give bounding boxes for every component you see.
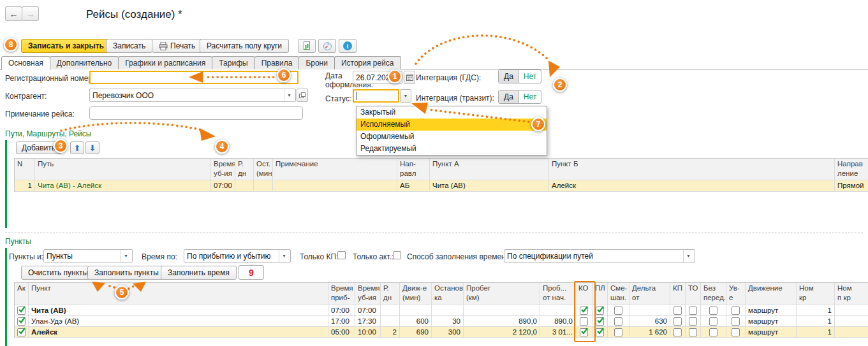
cell-checkbox[interactable] <box>686 316 701 327</box>
column-header[interactable]: Пункт <box>29 283 328 305</box>
column-header[interactable]: Дельта от <box>629 283 670 305</box>
timer-button[interactable] <box>318 39 336 53</box>
tab[interactable]: Тарифы <box>212 56 254 69</box>
column-header[interactable]: КО <box>576 283 592 305</box>
table-cell[interactable]: 07:00 <box>211 180 235 192</box>
table-cell[interactable]: АБ <box>397 180 430 192</box>
contragent-input[interactable]: Перевозчик ООО ▼ <box>89 89 296 102</box>
tab[interactable]: Графики и расписания <box>118 56 212 69</box>
table-cell[interactable]: 17:30 <box>355 316 381 327</box>
only-act-checkbox[interactable] <box>393 251 401 259</box>
cell-checkbox[interactable] <box>670 327 686 338</box>
status-option[interactable]: Редактируемый <box>357 143 547 155</box>
cell-checkbox[interactable] <box>608 305 629 316</box>
table-cell[interactable]: 1 <box>797 305 835 316</box>
table-cell[interactable]: 07:00 <box>355 305 381 316</box>
forward-button[interactable]: → <box>22 6 39 21</box>
table-cell[interactable]: 05:00 <box>328 327 355 338</box>
cell-checkbox[interactable] <box>15 305 29 316</box>
contragent-dropdown-icon[interactable]: ▼ <box>284 89 293 101</box>
integration-transit-yes-button[interactable]: Да <box>499 90 519 103</box>
cell-checkbox[interactable] <box>608 327 629 338</box>
table-cell[interactable] <box>381 316 400 327</box>
table-cell[interactable]: 1 <box>15 180 35 192</box>
table-cell[interactable]: маршрут <box>746 316 797 327</box>
cell-checkbox[interactable] <box>726 316 746 327</box>
cell-checkbox[interactable] <box>701 316 726 327</box>
column-header[interactable]: Ном п кр <box>835 283 868 305</box>
cell-checkbox[interactable] <box>15 327 29 338</box>
cell-checkbox[interactable] <box>15 316 29 327</box>
table-cell[interactable]: 1 <box>797 327 835 338</box>
table-cell[interactable]: Алейск <box>29 327 328 338</box>
table-cell[interactable]: Улан-Удэ (АВ) <box>29 316 328 327</box>
table-cell[interactable]: Чита (АВ) - Алейск <box>35 180 211 192</box>
cell-checkbox[interactable] <box>576 316 592 327</box>
save-button[interactable]: Записать <box>106 39 152 53</box>
column-header[interactable]: ТО <box>686 283 701 305</box>
column-header[interactable]: Сме- шан. <box>608 283 629 305</box>
table-cell[interactable]: 890,0 <box>540 316 576 327</box>
column-header[interactable]: Нап- равл <box>397 159 430 180</box>
back-button[interactable]: ← <box>5 6 22 21</box>
save-and-close-button[interactable]: Записать и закрыть <box>21 39 111 53</box>
column-header[interactable]: Время приб-я <box>328 283 355 305</box>
report-button[interactable] <box>298 39 316 53</box>
column-header[interactable]: Ак <box>15 283 29 305</box>
fill-method-dropdown-icon[interactable]: ▼ <box>683 250 692 262</box>
cell-checkbox[interactable] <box>701 305 726 316</box>
column-header[interactable]: Ном кр <box>797 283 835 305</box>
table-cell[interactable]: 600 <box>400 316 432 327</box>
move-up-button[interactable]: ⬆ <box>70 141 84 154</box>
table-cell[interactable] <box>629 305 670 316</box>
column-header[interactable]: Направ ление <box>835 159 868 180</box>
integration-gds-yes-button[interactable]: Да <box>499 70 519 83</box>
points-from-select[interactable]: Пункты ▼ <box>43 249 133 263</box>
table-cell[interactable]: 17:00 <box>328 316 355 327</box>
info-button[interactable]: i <box>339 39 357 53</box>
column-header[interactable]: КП <box>670 283 686 305</box>
status-dropdown-button[interactable]: ▼ <box>400 89 411 103</box>
column-header[interactable]: Без перед. <box>701 283 726 305</box>
column-header[interactable]: Движение <box>746 283 797 305</box>
table-cell[interactable]: Алейск <box>549 180 835 192</box>
table-cell[interactable]: Чита (АВ) <box>29 305 328 316</box>
table-cell[interactable]: Чита (АВ) <box>430 180 549 192</box>
cell-checkbox[interactable] <box>701 327 726 338</box>
cell-checkbox[interactable] <box>670 305 686 316</box>
table-cell[interactable]: 2 <box>381 327 400 338</box>
status-option[interactable]: Закрытый <box>357 106 547 119</box>
fill-points-button[interactable]: Заполнить пункты <box>87 266 166 280</box>
calc-semicircles-button[interactable]: Расчитать полу круги <box>200 39 289 53</box>
column-header[interactable]: N <box>15 159 35 180</box>
tab[interactable]: Основная <box>1 56 50 70</box>
table-cell[interactable]: 07:00 <box>328 305 355 316</box>
column-header[interactable]: Время уб-ия <box>355 283 381 305</box>
table-cell[interactable] <box>273 180 397 192</box>
cell-checkbox[interactable] <box>592 316 608 327</box>
column-header[interactable]: Останов- ка (мин) <box>432 283 464 305</box>
clear-points-button[interactable]: Очистить пункты <box>21 266 95 280</box>
table-cell[interactable] <box>464 305 540 316</box>
table-cell[interactable]: 300 <box>432 327 464 338</box>
only-kp-checkbox[interactable] <box>337 251 346 259</box>
time-by-dropdown-icon[interactable]: ▼ <box>279 250 288 262</box>
cell-checkbox[interactable] <box>592 327 608 338</box>
status-option[interactable]: Оформляемый <box>357 131 547 143</box>
table-cell[interactable]: 1 620 <box>629 327 670 338</box>
tab[interactable]: Правила <box>254 56 300 69</box>
table-cell[interactable]: 10:00 <box>355 327 381 338</box>
cell-checkbox[interactable] <box>576 305 592 316</box>
column-header[interactable]: ПЛ <box>592 283 608 305</box>
column-header[interactable]: Ув-е <box>726 283 746 305</box>
column-header[interactable]: Пробег (км) <box>464 283 540 305</box>
table-cell[interactable] <box>400 305 432 316</box>
table-cell[interactable]: 690 <box>400 327 432 338</box>
tab[interactable]: История рейса <box>334 56 401 69</box>
table-cell[interactable] <box>835 327 868 338</box>
trip-note-input[interactable] <box>89 106 303 120</box>
marker-9-button[interactable]: 9 <box>239 265 264 280</box>
table-cell[interactable]: 30 <box>432 316 464 327</box>
table-cell[interactable] <box>835 305 868 316</box>
table-cell[interactable] <box>835 316 868 327</box>
